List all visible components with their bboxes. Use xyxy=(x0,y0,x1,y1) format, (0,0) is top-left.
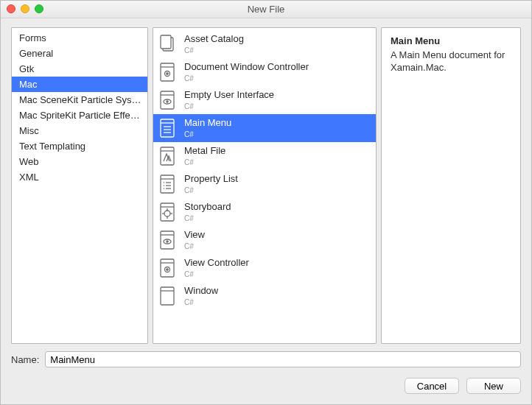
template-title: Empty User Interface xyxy=(184,90,274,100)
name-input[interactable] xyxy=(45,351,521,367)
window-icon xyxy=(158,285,177,307)
template-item-storyboard[interactable]: StoryboardC# xyxy=(153,198,376,226)
template-title: View xyxy=(184,230,205,240)
svg-point-21 xyxy=(164,211,170,216)
svg-rect-29 xyxy=(161,259,174,277)
svg-rect-2 xyxy=(161,63,174,81)
empty-ui-icon xyxy=(158,89,177,111)
category-item-text-templating[interactable]: Text Templating xyxy=(12,138,147,154)
svg-point-28 xyxy=(167,241,168,242)
category-item-gtk[interactable]: Gtk xyxy=(12,61,147,77)
template-title: Metal File xyxy=(184,146,225,156)
template-item-view[interactable]: ViewC# xyxy=(153,226,376,254)
titlebar: New File xyxy=(1,1,531,18)
template-item-main-menu[interactable]: Main MenuC# xyxy=(153,114,376,142)
template-subtitle: C# xyxy=(184,102,274,110)
template-title: Document Window Controller xyxy=(184,62,309,72)
category-item-web[interactable]: Web xyxy=(12,154,147,169)
template-item-empty-user-interface[interactable]: Empty User InterfaceC# xyxy=(153,86,376,114)
svg-rect-32 xyxy=(161,287,174,305)
template-item-asset-catalog[interactable]: Asset CatalogC# xyxy=(153,30,376,58)
close-window-button[interactable] xyxy=(7,4,15,13)
svg-rect-1 xyxy=(161,35,171,49)
svg-point-7 xyxy=(167,101,168,102)
category-item-xml[interactable]: XML xyxy=(12,169,147,185)
cancel-button[interactable]: Cancel xyxy=(405,378,459,394)
svg-point-4 xyxy=(167,73,168,74)
svg-rect-8 xyxy=(161,119,174,137)
template-item-property-list[interactable]: Property ListC# xyxy=(153,170,376,198)
category-item-general[interactable]: General xyxy=(12,46,147,61)
content-area: FormsGeneralGtkMacMac SceneKit Particle … xyxy=(1,18,531,348)
document-window-controller-icon xyxy=(158,61,177,83)
template-subtitle: C# xyxy=(184,298,218,306)
template-subtitle: C# xyxy=(184,214,231,222)
template-detail-panel: Main Menu A Main Menu document for Xamai… xyxy=(381,27,521,344)
template-title: Window xyxy=(184,286,218,296)
metal-file-icon xyxy=(158,145,177,167)
asset-catalog-icon xyxy=(158,33,177,55)
minimize-window-button[interactable] xyxy=(21,4,29,13)
view-controller-icon xyxy=(158,257,177,279)
button-row: Cancel New xyxy=(1,372,531,404)
template-subtitle: C# xyxy=(184,130,231,138)
detail-title: Main Menu xyxy=(391,35,511,46)
category-list[interactable]: FormsGeneralGtkMacMac SceneKit Particle … xyxy=(11,27,148,344)
window-title: New File xyxy=(248,4,285,15)
template-item-view-controller[interactable]: View ControllerC# xyxy=(153,254,376,282)
template-subtitle: C# xyxy=(184,74,309,82)
template-title: Asset Catalog xyxy=(184,34,244,44)
detail-description: A Main Menu document for Xamain.Mac. xyxy=(391,49,511,74)
name-row: Name: xyxy=(1,348,531,372)
template-subtitle: C# xyxy=(184,158,225,166)
category-item-misc[interactable]: Misc xyxy=(12,123,147,138)
template-subtitle: C# xyxy=(184,270,249,278)
storyboard-icon xyxy=(158,201,177,223)
template-subtitle: C# xyxy=(184,46,244,54)
category-item-mac-spritekit-particle-effects[interactable]: Mac SpriteKit Particle Effects xyxy=(12,108,147,123)
category-item-mac[interactable]: Mac xyxy=(12,77,147,92)
svg-point-31 xyxy=(167,269,168,270)
name-label: Name: xyxy=(11,354,39,365)
new-file-dialog: New File FormsGeneralGtkMacMac SceneKit … xyxy=(0,0,532,405)
zoom-window-button[interactable] xyxy=(35,4,43,13)
traffic-lights xyxy=(7,4,43,13)
template-title: View Controller xyxy=(184,258,249,268)
category-item-mac-scenekit-particle-systems[interactable]: Mac SceneKit Particle Systems xyxy=(12,92,147,108)
svg-rect-26 xyxy=(161,231,174,249)
template-item-metal-file[interactable]: Metal FileC# xyxy=(153,142,376,170)
template-item-window[interactable]: WindowC# xyxy=(153,282,376,310)
category-item-forms[interactable]: Forms xyxy=(12,30,147,46)
template-subtitle: C# xyxy=(184,186,238,194)
svg-rect-13 xyxy=(161,175,174,193)
template-title: Main Menu xyxy=(184,118,231,128)
svg-rect-5 xyxy=(161,91,174,109)
template-title: Property List xyxy=(184,174,238,184)
main-menu-icon xyxy=(158,117,177,139)
template-subtitle: C# xyxy=(184,242,205,250)
new-button[interactable]: New xyxy=(466,378,521,394)
template-item-document-window-controller[interactable]: Document Window ControllerC# xyxy=(153,58,376,86)
property-list-icon xyxy=(158,173,177,195)
view-icon xyxy=(158,229,177,251)
template-list[interactable]: Asset CatalogC#Document Window Controlle… xyxy=(153,27,377,344)
template-title: Storyboard xyxy=(184,202,231,212)
